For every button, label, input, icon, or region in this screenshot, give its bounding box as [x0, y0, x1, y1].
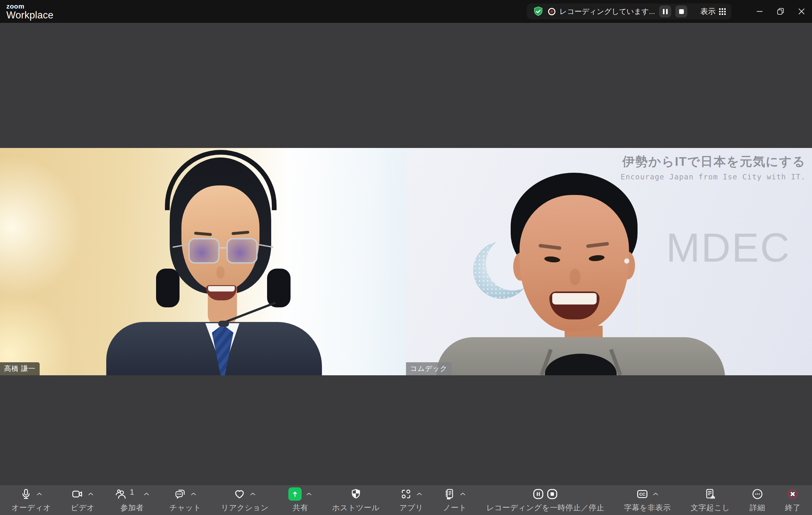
- headset-earcup-shape: [267, 269, 291, 307]
- earphone-wire-shape: [625, 263, 639, 342]
- chevron-up-icon[interactable]: [306, 492, 312, 496]
- mic-tip-shape: [218, 321, 229, 327]
- pause-stop-recording-label: レコーディングを一時停止／停止: [487, 503, 604, 513]
- participant-name-tag: コムデック: [406, 362, 452, 375]
- brand-workplace: Workplace: [6, 10, 54, 20]
- brand-zoom: zoom: [6, 3, 54, 10]
- chevron-up-icon[interactable]: [190, 492, 197, 496]
- titlebar-right-controls: レコーディングしています... 表示: [527, 0, 812, 23]
- apps-button[interactable]: アプリ: [399, 485, 423, 515]
- chevron-up-icon[interactable]: [36, 492, 42, 496]
- reactions-button[interactable]: リアクション: [221, 485, 269, 515]
- chevron-up-icon[interactable]: [416, 492, 423, 496]
- glasses-bridge-shape: [220, 247, 227, 249]
- audio-button[interactable]: オーディオ: [11, 485, 51, 515]
- video-button[interactable]: ビデオ: [71, 485, 94, 515]
- heart-icon: [233, 488, 245, 500]
- slogan-japanese: 伊勢からITで日本を元気にする: [621, 153, 806, 170]
- end-meeting-label: 終了: [785, 503, 801, 513]
- glasses-lens-shape: [188, 238, 220, 264]
- participants-label: 参加者: [120, 503, 144, 513]
- video-label: ビデオ: [71, 503, 94, 513]
- notes-icon: [443, 488, 456, 500]
- microphone-icon: [20, 488, 32, 500]
- end-meeting-icon: [787, 488, 799, 500]
- comdec-logo-text: MDEC: [666, 224, 791, 271]
- end-meeting-button[interactable]: 終了: [785, 485, 801, 515]
- svg-text:CC: CC: [639, 492, 645, 496]
- apps-icon: [400, 488, 412, 500]
- captions-button[interactable]: CC 字幕を非表示: [624, 485, 671, 515]
- video-tile-comdec[interactable]: MDEC 伊勢からITで日本を元気にする Encourage Japan fro…: [406, 148, 812, 375]
- pause-recording-icon[interactable]: [532, 488, 544, 500]
- participants-button[interactable]: 1 参加者: [115, 485, 150, 515]
- video-camera-icon: [71, 488, 83, 500]
- host-tools-shield-icon: [350, 488, 362, 500]
- grid-view-icon: [719, 8, 726, 15]
- participant-video-art: MDEC 伊勢からITで日本を元気にする Encourage Japan fro…: [406, 148, 812, 375]
- transcript-button[interactable]: 文字起こし: [691, 485, 730, 515]
- video-tile-takahashi[interactable]: 高橋 謙一: [0, 148, 406, 375]
- pause-bar-icon: [663, 9, 665, 14]
- stop-recording-button[interactable]: [675, 5, 687, 18]
- zoom-meeting-window: zoom Workplace レコーディングしています...: [0, 0, 812, 515]
- chevron-up-icon[interactable]: [143, 492, 150, 496]
- security-shield-icon[interactable]: [532, 6, 544, 17]
- restore-window-button[interactable]: [770, 0, 791, 23]
- host-tools-button[interactable]: ホストツール: [332, 485, 380, 515]
- apps-label: アプリ: [399, 503, 423, 513]
- glasses-lens-shape: [227, 238, 258, 264]
- more-label: 詳細: [750, 503, 765, 513]
- recording-indicator-pill: レコーディングしています... 表示: [527, 3, 731, 19]
- reactions-label: リアクション: [221, 503, 269, 513]
- participants-icon: [115, 488, 126, 500]
- transcript-label: 文字起こし: [691, 503, 730, 513]
- teeth-shape: [552, 293, 597, 304]
- recording-dot-icon: [548, 8, 555, 15]
- chat-label: チャット: [169, 503, 201, 513]
- headset-earcup-shape: [156, 269, 179, 307]
- teeth-shape: [208, 286, 235, 292]
- background-slogan: 伊勢からITで日本を元気にする Encourage Japan from Ise…: [621, 153, 806, 181]
- chevron-up-icon[interactable]: [250, 492, 256, 496]
- more-ellipsis-icon: [751, 488, 763, 500]
- notes-button[interactable]: ノート: [443, 485, 467, 515]
- chevron-up-icon[interactable]: [460, 492, 466, 496]
- pause-recording-button[interactable]: [659, 5, 671, 18]
- minimize-button[interactable]: [749, 0, 770, 23]
- nose-shape: [216, 266, 225, 279]
- more-button[interactable]: 詳細: [750, 485, 765, 515]
- transcript-icon: [704, 488, 716, 500]
- zoom-workplace-logo: zoom Workplace: [0, 3, 54, 20]
- participant-video-art: [0, 148, 406, 375]
- host-tools-label: ホストツール: [332, 503, 380, 513]
- notes-label: ノート: [443, 503, 467, 513]
- audio-label: オーディオ: [11, 503, 51, 513]
- chevron-up-icon[interactable]: [88, 492, 94, 496]
- chevron-up-icon[interactable]: [652, 492, 659, 496]
- chat-button[interactable]: チャット: [169, 485, 201, 515]
- captions-label: 字幕を非表示: [624, 503, 671, 513]
- share-screen-button[interactable]: 共有: [288, 485, 312, 515]
- close-window-button[interactable]: [791, 0, 812, 23]
- share-screen-label: 共有: [292, 503, 308, 513]
- closed-captions-icon: CC: [636, 488, 648, 500]
- participants-count: 1: [130, 488, 134, 496]
- nose-shape: [570, 269, 580, 285]
- stop-recording-icon[interactable]: [546, 488, 558, 500]
- recording-status-text: レコーディングしています...: [559, 7, 655, 17]
- title-bar: zoom Workplace レコーディングしています...: [0, 0, 812, 23]
- pause-stop-recording-button[interactable]: レコーディングを一時停止／停止: [487, 485, 604, 515]
- share-screen-icon: [288, 487, 302, 501]
- video-gallery: 高橋 謙一 MDEC 伊勢からITで日本を元気にする Encourage Jap…: [0, 148, 812, 375]
- chat-icon: [174, 488, 186, 500]
- view-label: 表示: [700, 6, 716, 17]
- pause-bar-icon: [666, 9, 668, 14]
- stop-square-icon: [679, 9, 684, 14]
- meeting-toolbar: オーディオ ビデオ 1: [0, 485, 812, 515]
- slogan-english: Encourage Japan from Ise City with IT.: [621, 173, 806, 181]
- participant-name-tag: 高橋 謙一: [0, 362, 40, 375]
- view-button[interactable]: 表示: [700, 6, 726, 17]
